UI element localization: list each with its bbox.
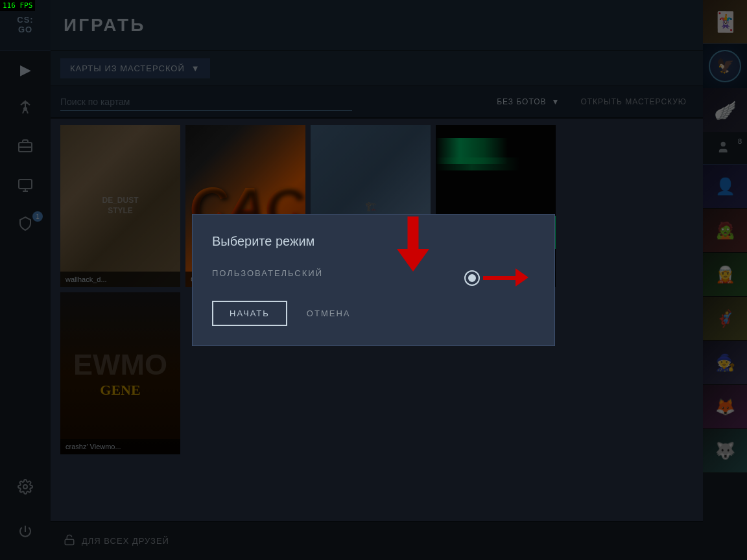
annotation-down-arrow [394, 216, 433, 277]
svg-marker-11 [397, 249, 429, 272]
cancel-button-label: ОТМЕНА [307, 309, 351, 318]
mode-select-dialog: Выберите режим ПОЛЬЗОВАТЕЛЬСКИЙ [192, 214, 555, 346]
start-button-label: НАЧАТЬ [230, 309, 270, 318]
right-arrow-svg [483, 268, 528, 288]
start-button[interactable]: НАЧАТЬ [212, 301, 287, 326]
dialog-options: ПОЛЬЗОВАТЕЛЬСКИЙ [212, 268, 535, 278]
dialog-buttons: НАЧАТЬ ОТМЕНА [212, 301, 535, 326]
svg-marker-13 [516, 268, 528, 286]
annotation-right-arrow-container [464, 268, 528, 288]
fps-counter: 116 FPS [0, 0, 35, 11]
dialog-title: Выберите режим [212, 234, 535, 249]
svg-rect-10 [408, 216, 418, 249]
dialog-overlay: Выберите режим ПОЛЬЗОВАТЕЛЬСКИЙ [0, 0, 747, 560]
radio-custom[interactable] [464, 270, 480, 286]
svg-rect-12 [483, 276, 516, 280]
cancel-button[interactable]: ОТМЕНА [297, 302, 361, 325]
down-arrow-svg [394, 216, 433, 275]
